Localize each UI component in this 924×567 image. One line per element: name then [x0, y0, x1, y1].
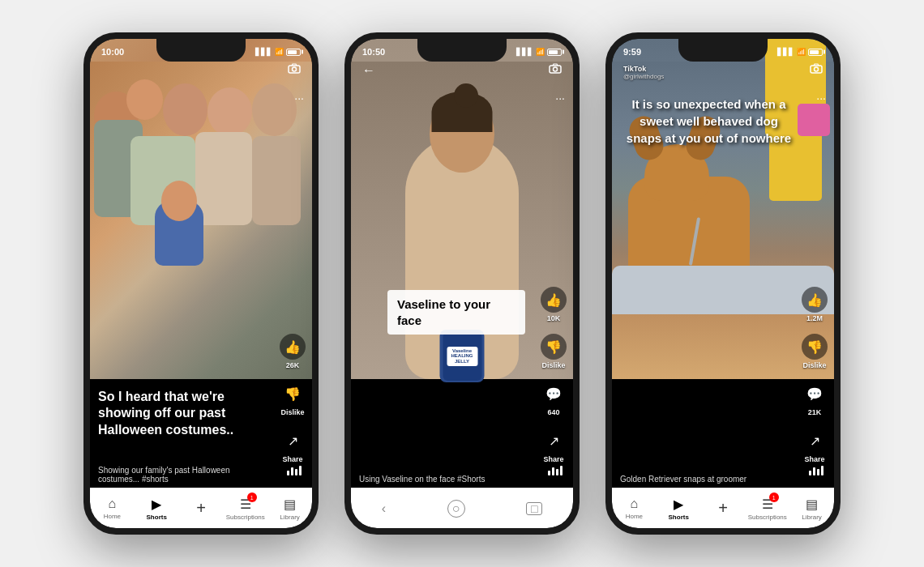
- phone-3-more-dots[interactable]: ···: [816, 92, 826, 104]
- svg-point-1: [293, 67, 297, 71]
- phone-1-like-btn[interactable]: 👍 26K: [280, 334, 306, 369]
- phone-1-nav-shorts[interactable]: ▶ Shorts: [135, 497, 179, 521]
- phone-1-video-desc: Showing our family's past Halloween cost…: [98, 466, 272, 484]
- phone-3-nav-shorts[interactable]: ▶ Shorts: [657, 497, 701, 521]
- phone-1-overlay-text: So I heard that we're showing off our pa…: [98, 389, 272, 439]
- phone-2: VaselineHEALING JELLY 10:50 ▋▋▋ 📶 ←: [344, 32, 580, 535]
- phone-3-share-btn[interactable]: ↗ Share: [802, 428, 828, 463]
- phone-1-side-actions: 👍 26K 👎 Dislike ↗ Share: [280, 334, 306, 463]
- phone-3-top-text: It is so unexpected when a sweet well be…: [624, 96, 794, 147]
- phone-3-video-bg: [612, 39, 834, 379]
- phone-2-nav-back[interactable]: ‹: [382, 501, 386, 516]
- phone-1-more-dots[interactable]: ···: [294, 92, 304, 104]
- phone-3-nav-subscriptions[interactable]: ☰ 1 Subscriptions: [745, 496, 789, 521]
- phone-1-camera-icon[interactable]: [288, 63, 301, 76]
- phone-1-share-btn[interactable]: ↗ Share: [280, 428, 306, 463]
- svg-point-3: [554, 67, 558, 71]
- phone-3-bottom-nav: ⌂ Home ▶ Shorts + ☰ 1 Subscriptions: [612, 488, 834, 528]
- phone-2-dislike-btn[interactable]: 👎 Dislike: [541, 334, 567, 369]
- phone-3-comment-btn[interactable]: 💬 21K: [802, 381, 828, 416]
- phone-2-nav-overview[interactable]: □: [526, 502, 542, 515]
- phone-3: 9:59 ▋▋▋ 📶 TikTok @girlwithdogs ··· It i…: [605, 32, 841, 535]
- phone-1-video-info: Showing our family's past Halloween cost…: [98, 466, 272, 484]
- phone-1-bottom-nav: ⌂ Home ▶ Shorts + ☰ 1 Subscriptions: [90, 488, 312, 528]
- phone-2-vaseline-jar: VaselineHEALING JELLY: [440, 330, 485, 382]
- phone-2-camera-icon[interactable]: [549, 63, 562, 76]
- phone-1-screen: 10:00 ▋▋▋ 📶 ··· 👍 26K 👎: [90, 39, 312, 528]
- phone-3-nav-home[interactable]: ⌂ Home: [612, 497, 657, 520]
- phone-3-video-desc: Golden Retriever snaps at groomer: [620, 475, 794, 484]
- phone-2-side-actions: 👍 10K 👎 Dislike 💬 640 ↗ Share: [541, 287, 567, 463]
- phone-2-status-icons: ▋▋▋ 📶: [516, 48, 562, 56]
- phone-1-nav-subscriptions[interactable]: ☰ 1 Subscriptions: [223, 496, 267, 521]
- phone-3-nav-library[interactable]: ▤ Library: [789, 497, 834, 521]
- phone-1-nav-add[interactable]: +: [179, 499, 224, 518]
- phone-3-tiktok-logo: TikTok @girlwithdogs: [623, 65, 664, 80]
- phone-1-nav-home[interactable]: ⌂ Home: [90, 497, 135, 520]
- phone-3-time: 9:59: [623, 47, 641, 57]
- phone-2-bottom-nav: ‹ ○ □: [351, 488, 573, 528]
- phone-2-notch: [417, 39, 507, 62]
- phone-3-like-btn[interactable]: 👍 1.2M: [802, 287, 828, 322]
- phone-3-side-actions: 👍 1.2M 👎 Dislike 💬 21K ↗ Share: [802, 287, 828, 463]
- phone-1-status-icons: ▋▋▋ 📶: [255, 48, 301, 56]
- phone-2-video-desc: Using Vaseline on the face #Shorts: [359, 475, 533, 484]
- phone-2-video-info: Using Vaseline on the face #Shorts: [359, 475, 533, 484]
- phone-1-video-bg: [90, 39, 312, 379]
- phone-1: 10:00 ▋▋▋ 📶 ··· 👍 26K 👎: [83, 32, 319, 535]
- svg-point-5: [815, 67, 819, 71]
- phone-1-notch: [156, 39, 246, 62]
- phone-3-screen: 9:59 ▋▋▋ 📶 TikTok @girlwithdogs ··· It i…: [612, 39, 834, 528]
- phone-2-screen: VaselineHEALING JELLY 10:50 ▋▋▋ 📶 ←: [351, 39, 573, 528]
- phone-2-share-btn[interactable]: ↗ Share: [541, 428, 567, 463]
- phone-2-text-overlay: Vaseline to your face: [387, 290, 525, 335]
- phones-container: 10:00 ▋▋▋ 📶 ··· 👍 26K 👎: [67, 16, 857, 551]
- phone-1-time: 10:00: [101, 47, 124, 57]
- phone-2-like-btn[interactable]: 👍 10K: [541, 287, 567, 322]
- phone-3-video-info: Golden Retriever snaps at groomer: [620, 475, 794, 484]
- phone-1-dislike-btn[interactable]: 👎 Dislike: [280, 381, 306, 416]
- phone-3-dislike-btn[interactable]: 👎 Dislike: [802, 334, 828, 369]
- phone-2-back-arrow[interactable]: ←: [362, 63, 375, 78]
- phone-3-camera-icon[interactable]: [810, 63, 823, 76]
- phone-2-time: 10:50: [362, 47, 385, 57]
- phone-2-comment-btn[interactable]: 💬 640: [541, 381, 567, 416]
- phone-3-status-icons: ▋▋▋ 📶: [777, 48, 823, 56]
- phone-2-nav-home[interactable]: ○: [447, 500, 465, 518]
- phone-1-nav-library[interactable]: ▤ Library: [267, 497, 312, 521]
- phone-2-more-dots[interactable]: ···: [555, 92, 565, 104]
- phone-3-nav-add[interactable]: +: [701, 499, 746, 518]
- phone-3-notch: [678, 39, 768, 62]
